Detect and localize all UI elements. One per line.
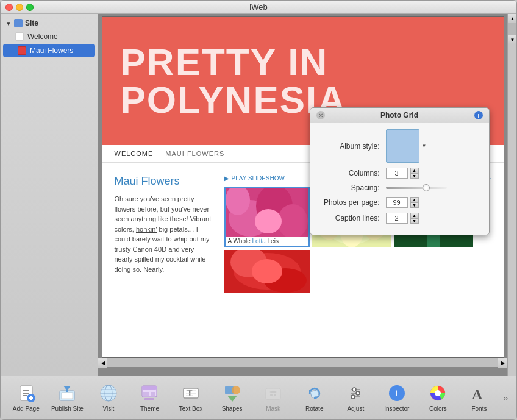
adjust-icon: [346, 383, 365, 403]
sidebar-item-welcome[interactable]: Welcome: [1, 30, 98, 43]
spacing-slider[interactable]: [386, 183, 447, 192]
h-scroll-track[interactable]: [107, 358, 498, 367]
fonts-icon: A: [469, 383, 489, 403]
add-page-icon: [16, 383, 36, 403]
photo-caption-1: A Whole Lotta Leis: [226, 237, 308, 246]
horizontal-scrollbar: ◀ ▶: [98, 358, 507, 367]
traffic-lights: [5, 4, 34, 11]
photo-thumb-4[interactable]: [224, 250, 310, 293]
toolbar-publish-site[interactable]: Publish Site: [47, 379, 88, 418]
panel-title: Photo Grid: [380, 111, 418, 119]
nav-welcome[interactable]: WELCOME: [115, 150, 154, 157]
second-row: [224, 250, 491, 293]
svg-point-5: [255, 209, 282, 233]
panel-info-button[interactable]: i: [474, 111, 483, 119]
caption-lines-input[interactable]: [386, 213, 408, 224]
maximize-button[interactable]: [26, 4, 34, 11]
album-style-control: ▼: [386, 129, 427, 163]
photos-per-page-input[interactable]: [386, 197, 408, 208]
panel-row-caption-lines: Caption lines: ▲ ▼: [319, 213, 480, 224]
columns-control: ▲ ▼: [386, 168, 419, 179]
sidebar-label-maui-flowers: Maui Flowers: [30, 46, 73, 55]
album-style-box[interactable]: [386, 129, 419, 163]
slider-thumb[interactable]: [423, 184, 430, 191]
toolbar-mask: Mask: [252, 379, 294, 418]
scroll-thumb[interactable]: [508, 23, 516, 35]
svg-point-63: [351, 395, 355, 399]
title-bar: iWeb: [1, 1, 516, 14]
main-area: ▼ Site Welcome Maui Flowers PRETT: [1, 14, 516, 376]
slideshow-button[interactable]: ▶ PLAY SLIDESHOW: [224, 175, 285, 182]
album-style-arrow[interactable]: ▼: [422, 143, 427, 149]
visit-label: Visit: [103, 405, 115, 412]
inspector-icon: i: [387, 383, 407, 403]
svg-point-55: [274, 394, 276, 396]
caption-lines-up[interactable]: ▲: [410, 213, 419, 218]
sidebar-item-maui-flowers[interactable]: Maui Flowers: [3, 44, 95, 57]
rotate-label: Rotate: [305, 405, 323, 412]
publish-site-icon: [57, 383, 77, 403]
h-scroll-left[interactable]: ◀: [98, 358, 107, 368]
panel-row-album-style: Album style: ▼: [319, 129, 480, 163]
svg-point-24: [252, 259, 282, 283]
toolbar-rotate[interactable]: Rotate: [294, 379, 335, 418]
caption-link[interactable]: Lotta: [252, 238, 266, 244]
svg-point-59: [352, 388, 356, 391]
panel-close-button[interactable]: ✕: [316, 111, 325, 119]
adjust-label: Adjust: [347, 405, 364, 412]
page-title: Maui Flowers: [115, 175, 212, 188]
svg-rect-33: [62, 393, 73, 399]
scroll-up[interactable]: ▲: [508, 14, 516, 23]
svg-rect-44: [144, 398, 154, 400]
mask-label: Mask: [266, 405, 280, 412]
page-icon-welcome: [15, 32, 24, 41]
toolbar-fonts[interactable]: A Fonts: [458, 379, 500, 418]
toolbar-adjust[interactable]: Adjust: [335, 379, 377, 418]
photo-thumb-1[interactable]: A Whole Lotta Leis: [224, 187, 310, 247]
photos-per-page-stepper: ▲ ▼: [410, 197, 419, 208]
toolbar-visit[interactable]: Visit: [88, 379, 129, 418]
text-box-icon: T: [181, 383, 201, 403]
toolbar-add-page[interactable]: Add Page: [5, 379, 47, 418]
shapes-label: Shapes: [222, 405, 243, 412]
theme-icon: [140, 383, 159, 403]
toolbar-shapes[interactable]: Shapes: [212, 379, 253, 418]
flower-red-svg: [224, 250, 310, 293]
caption-lines-label: Caption lines:: [319, 214, 386, 222]
svg-rect-43: [151, 392, 155, 396]
toolbar-theme[interactable]: Theme: [129, 379, 171, 418]
columns-down[interactable]: ▼: [410, 173, 419, 179]
svg-rect-42: [143, 392, 149, 396]
window-title: iWeb: [249, 2, 267, 12]
columns-stepper: ▲ ▼: [410, 168, 419, 179]
expand-triangle[interactable]: ▼: [5, 20, 12, 27]
columns-input[interactable]: [386, 168, 408, 179]
svg-text:i: i: [395, 388, 398, 398]
caption-lines-control: ▲ ▼: [386, 213, 419, 224]
toolbar-overflow[interactable]: »: [500, 393, 512, 403]
publish-site-label: Publish Site: [51, 405, 84, 412]
sidebar: ▼ Site Welcome Maui Flowers: [1, 14, 98, 376]
svg-point-51: [232, 386, 240, 394]
rotate-icon: [305, 383, 324, 403]
svg-point-67: [435, 390, 441, 396]
panel-row-spacing: Spacing:: [319, 183, 480, 192]
h-scroll-right[interactable]: ▶: [498, 358, 507, 368]
caption-lines-down[interactable]: ▼: [410, 218, 419, 224]
toolbar-text-box[interactable]: T Text Box: [170, 379, 212, 418]
web-page: PRETTY IN POLYNESIA WELCOME MAUI FLOWERS…: [102, 16, 504, 358]
minimize-button[interactable]: [16, 4, 23, 11]
photos-per-page-down[interactable]: ▼: [410, 202, 419, 208]
columns-up[interactable]: ▲: [410, 168, 419, 173]
photos-per-page-up[interactable]: ▲: [410, 197, 419, 202]
slideshow-label: PLAY SLIDESHOW: [232, 175, 285, 182]
svg-marker-52: [227, 396, 237, 402]
main-window: iWeb ▼ Site Welcome Maui Flowers: [0, 0, 517, 420]
panel-body: Album style: ▼ Columns:: [310, 123, 489, 235]
toolbar-colors[interactable]: Colors: [418, 379, 459, 418]
close-button[interactable]: [5, 4, 13, 11]
toolbar-inspector[interactable]: i Inspector: [376, 379, 418, 418]
scroll-down[interactable]: ▼: [508, 35, 516, 44]
nav-maui-flowers[interactable]: MAUI FLOWERS: [165, 150, 224, 157]
caption-lines-stepper: ▲ ▼: [410, 213, 419, 224]
